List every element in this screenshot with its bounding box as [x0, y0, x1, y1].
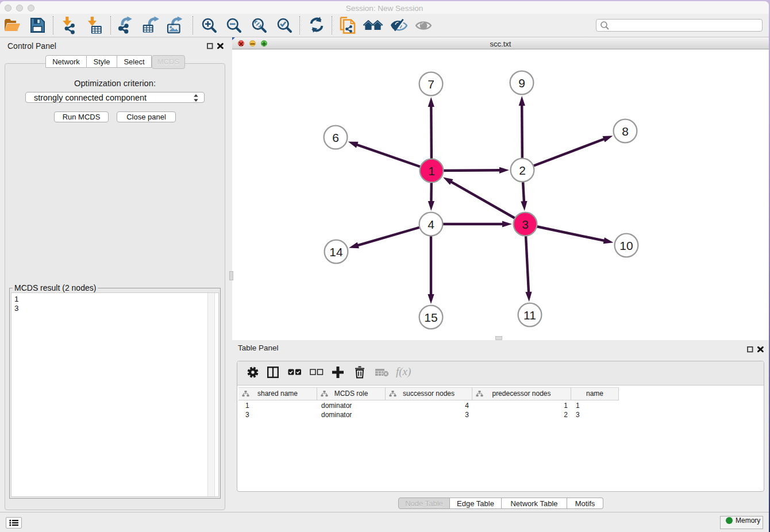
svg-text:4: 4: [428, 218, 434, 231]
svg-text:14: 14: [329, 245, 343, 259]
svg-text:6: 6: [332, 131, 339, 144]
svg-text:15: 15: [424, 311, 437, 324]
svg-text:3: 3: [522, 218, 529, 231]
svg-text:10: 10: [619, 239, 633, 252]
svg-text:11: 11: [523, 309, 536, 322]
svg-text:9: 9: [518, 76, 525, 90]
svg-text:8: 8: [622, 125, 629, 138]
svg-text:2: 2: [519, 164, 526, 177]
svg-text:7: 7: [428, 78, 434, 91]
svg-text:1: 1: [428, 164, 435, 178]
